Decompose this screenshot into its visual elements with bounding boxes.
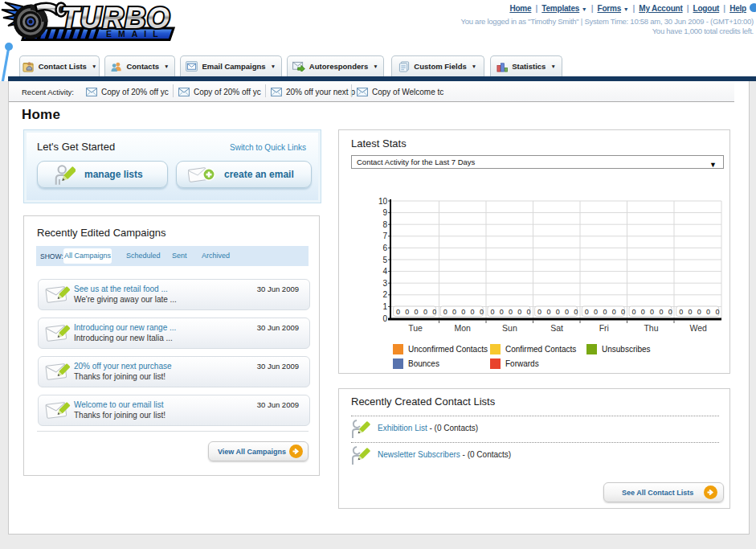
svg-text:0: 0 <box>471 308 475 316</box>
svg-text:0: 0 <box>659 308 663 316</box>
svg-text:0: 0 <box>546 308 550 316</box>
svg-text:0: 0 <box>641 308 645 316</box>
svg-text:2: 2 <box>382 290 387 299</box>
svg-text:0: 0 <box>668 308 672 316</box>
svg-text:0: 0 <box>603 308 607 316</box>
svg-text:Fri: Fri <box>599 323 609 333</box>
svg-text:0: 0 <box>500 308 504 316</box>
svg-text:Sat: Sat <box>550 323 563 333</box>
svg-text:0: 0 <box>621 308 625 316</box>
svg-text:7: 7 <box>382 231 387 240</box>
svg-text:0: 0 <box>650 308 654 316</box>
svg-text:0: 0 <box>565 308 569 316</box>
svg-text:4: 4 <box>382 267 387 276</box>
svg-text:0: 0 <box>594 308 598 316</box>
svg-text:0: 0 <box>432 308 436 316</box>
svg-text:3: 3 <box>382 279 387 288</box>
svg-text:0: 0 <box>527 308 531 316</box>
svg-text:Tue: Tue <box>408 323 423 333</box>
svg-text:0: 0 <box>631 308 635 316</box>
svg-text:0: 0 <box>697 308 701 316</box>
svg-text:Mon: Mon <box>454 323 471 333</box>
svg-text:1: 1 <box>382 302 387 311</box>
svg-text:0: 0 <box>490 308 494 316</box>
svg-text:0: 0 <box>415 308 419 316</box>
svg-text:0: 0 <box>443 308 447 316</box>
svg-text:0: 0 <box>509 308 513 316</box>
svg-text:0: 0 <box>688 308 692 316</box>
svg-text:8: 8 <box>382 220 387 229</box>
svg-text:0: 0 <box>679 308 683 316</box>
svg-text:5: 5 <box>382 256 387 264</box>
svg-text:0: 0 <box>517 308 521 316</box>
svg-text:0: 0 <box>574 308 578 316</box>
svg-text:0: 0 <box>706 308 710 316</box>
svg-text:Sun: Sun <box>502 323 517 333</box>
svg-text:0: 0 <box>480 308 484 316</box>
svg-text:0: 0 <box>423 308 427 316</box>
svg-text:0: 0 <box>537 308 541 316</box>
svg-text:0: 0 <box>715 308 719 316</box>
svg-text:0: 0 <box>396 308 400 316</box>
svg-text:0: 0 <box>405 308 409 316</box>
svg-text:0: 0 <box>452 308 456 316</box>
svg-text:TURBO: TURBO <box>61 2 170 35</box>
svg-text:0: 0 <box>382 314 387 323</box>
svg-text:6: 6 <box>382 244 387 252</box>
svg-text:0: 0 <box>461 308 465 316</box>
svg-text:9: 9 <box>382 208 387 217</box>
svg-text:0: 0 <box>612 308 616 316</box>
svg-text:Thu: Thu <box>644 323 658 333</box>
svg-text:Wed: Wed <box>689 323 707 333</box>
svg-text:10: 10 <box>378 197 388 206</box>
svg-text:0: 0 <box>585 308 589 316</box>
svg-text:0: 0 <box>556 308 560 316</box>
